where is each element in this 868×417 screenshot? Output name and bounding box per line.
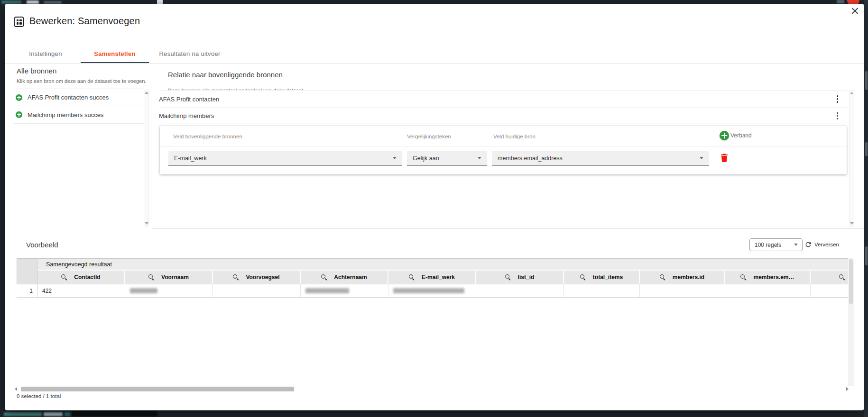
column-label: total_items (593, 274, 623, 281)
column-label: list_id (518, 274, 535, 281)
page-size-value: 100 regels (755, 242, 781, 248)
taskbar-blur-decoration (65, 412, 70, 416)
relations-panel-title: Relatie naar bovenliggende bronnen (168, 71, 283, 79)
source-item-afas[interactable]: AFAS Profit contacten succes (14, 89, 144, 106)
cell-members-id (640, 284, 725, 297)
search-icon[interactable] (148, 274, 154, 280)
scroll-right-icon[interactable] (846, 387, 849, 391)
tab-bar: Instellingen Samenstellen Resultaten na … (10, 45, 231, 63)
column-header-voorvoegsel[interactable]: Voorvoegsel (213, 271, 301, 284)
column-label: Achternaam (334, 274, 367, 281)
mapping-header-divider (160, 146, 847, 146)
search-icon[interactable] (660, 274, 665, 280)
preview-title: Voorbeeld (26, 241, 58, 249)
add-relation-button[interactable]: Verband (720, 131, 752, 140)
column-label: members.id (673, 274, 704, 281)
tab-label: Samenstellen (94, 50, 135, 57)
search-icon[interactable] (61, 274, 67, 280)
table-vertical-scrollbar[interactable] (848, 258, 854, 386)
group-header-label: Samengevoegd resultaat (46, 261, 112, 268)
parent-field-select[interactable]: E-mail_werk (168, 151, 402, 166)
relation-source-row-afas[interactable]: AFAS Profit contacten (159, 90, 847, 108)
taskbar-blur-decoration (4, 412, 42, 416)
column-header-achternaam[interactable]: Achternaam (301, 271, 388, 284)
table-horizontal-scrollbar-thumb[interactable] (21, 387, 294, 391)
scroll-up-icon[interactable] (850, 92, 854, 94)
search-icon[interactable] (839, 274, 845, 280)
current-field-select[interactable]: members.email_address (492, 151, 709, 166)
relation-source-row-mailchimp[interactable]: Mailchimp members (159, 108, 847, 124)
taskbar-blur-decoration (72, 411, 157, 417)
table-row[interactable]: 1 422 (17, 284, 848, 298)
column-header-contactid[interactable]: ContactId (37, 271, 125, 284)
chevron-down-icon (794, 244, 798, 246)
scroll-down-icon[interactable] (850, 222, 854, 225)
add-source-icon (16, 94, 22, 101)
operator-select[interactable]: Gelijk aan (407, 151, 487, 166)
relation-source-name: AFAS Profit contacten (159, 96, 219, 103)
tab-samenstellen[interactable]: Samenstellen (81, 45, 149, 63)
column-header-members-em[interactable]: members.em… (725, 271, 811, 284)
refresh-button[interactable]: Verversen (804, 241, 839, 248)
search-icon[interactable] (321, 274, 327, 280)
taskbar-blur-decoration (44, 412, 63, 416)
add-relation-icon (720, 131, 729, 140)
table-header-row: ContactId Voornaam Voorvoegsel Achternaa… (37, 271, 848, 284)
column-label: Voorvoegsel (246, 274, 279, 281)
column-header-memb-clipped[interactable]: memb (811, 271, 848, 284)
column-label: ContactId (74, 274, 100, 281)
tab-label: Resultaten na uitvoer (159, 50, 220, 57)
column-header-voornaam[interactable]: Voornaam (125, 271, 213, 284)
search-icon[interactable] (505, 274, 511, 280)
parent-field-value: E-mail_werk (174, 155, 207, 162)
desktop-background: Bewerken: Samenvoegen Instellingen Samen… (0, 0, 868, 417)
chrome-blur-decoration (837, 0, 844, 3)
operator-value: Gelijk aan (413, 155, 439, 162)
relations-panel-scrollbar[interactable] (849, 90, 854, 227)
column-header-total-items[interactable]: total_items (564, 271, 640, 284)
source-list-scrollbar[interactable] (144, 90, 149, 227)
column-header-list-id[interactable]: list_id (476, 271, 564, 284)
chevron-down-icon (700, 157, 703, 159)
relation-source-name: Mailchimp members (159, 112, 214, 119)
dialog-title: Bewerken: Samenvoegen (29, 16, 140, 27)
search-icon[interactable] (409, 274, 415, 280)
search-icon[interactable] (233, 274, 239, 280)
column-header-email-werk[interactable]: E-mail_werk (388, 271, 476, 284)
page-size-select[interactable]: 100 regels (749, 238, 803, 251)
chrome-blur-decoration (157, 0, 163, 4)
edit-merge-dialog: Bewerken: Samenvoegen Instellingen Samen… (5, 4, 864, 410)
selection-status: 0 selected / 1 total (17, 393, 61, 399)
cell-achternaam-redacted (301, 284, 388, 297)
scroll-left-icon[interactable] (15, 387, 17, 391)
column-label: members.em… (753, 274, 794, 281)
chrome-blur-decoration (1, 0, 21, 4)
cell-total-items (564, 284, 640, 297)
relation-mapping-card: Veld bovenliggende bronnen Vergelijkings… (160, 126, 847, 174)
source-item-mailchimp[interactable]: Mailchimp members succes (14, 106, 144, 124)
panel-divider (152, 63, 152, 228)
close-icon[interactable] (849, 5, 861, 17)
current-field-column-label: Veld huidige bron (493, 134, 536, 139)
search-icon[interactable] (580, 274, 586, 280)
cell-email-werk-redacted (388, 284, 476, 297)
kebab-menu-icon[interactable] (835, 93, 840, 105)
tab-instellingen[interactable]: Instellingen (10, 45, 81, 63)
kebab-menu-icon[interactable] (835, 110, 840, 122)
search-icon[interactable] (740, 274, 746, 280)
row-number-header-cell (17, 258, 37, 284)
scroll-up-icon[interactable] (145, 91, 148, 94)
column-label: Voornaam (161, 274, 189, 281)
delete-relation-button[interactable] (720, 153, 728, 164)
sources-panel-description: Klik op een bron om deze aan de dataset … (17, 78, 146, 84)
section-divider (152, 228, 864, 229)
preview-table: Samengevoegd resultaat ContactId Voornaa… (17, 258, 848, 298)
source-list: AFAS Profit contacten succes Mailchimp m… (14, 89, 144, 124)
source-item-label: AFAS Profit contacten succes (28, 94, 109, 101)
trash-icon (720, 153, 728, 163)
tab-resultaten[interactable]: Resultaten na uitvoer (149, 45, 231, 63)
row-number-cell: 1 (17, 284, 37, 297)
scroll-down-icon[interactable] (145, 222, 148, 225)
column-header-members-id[interactable]: members.id (640, 271, 725, 284)
scrollbar-thumb[interactable] (849, 259, 853, 304)
